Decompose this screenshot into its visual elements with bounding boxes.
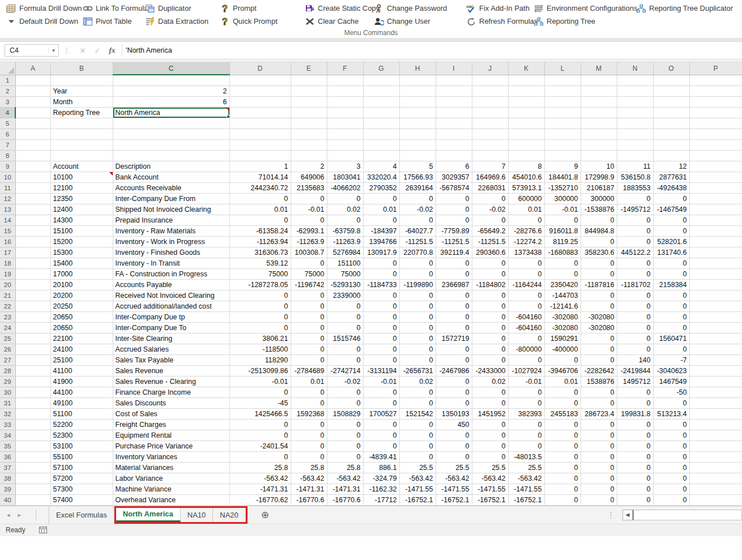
cell-P28[interactable]	[689, 365, 742, 376]
cell-D6[interactable]	[229, 129, 291, 139]
cell-I3[interactable]	[436, 96, 472, 107]
cell-N12[interactable]: 0	[617, 193, 653, 204]
cell-G32[interactable]: 1700527	[363, 408, 399, 419]
cell-J40[interactable]: -16752.1	[472, 494, 508, 505]
cell-L7[interactable]	[544, 139, 581, 150]
cell-K5[interactable]	[508, 118, 544, 129]
cell-M38[interactable]: 0	[581, 473, 617, 484]
cell-A36[interactable]	[15, 451, 50, 462]
cell-I10[interactable]: 3029357	[436, 172, 472, 182]
cell-F17[interactable]: 5276984	[327, 247, 363, 258]
cell-H15[interactable]: -64027.7	[399, 225, 436, 236]
cell-N11[interactable]: 1883553	[617, 182, 653, 193]
cell-F31[interactable]: 0	[327, 397, 363, 408]
column-header-C[interactable]: C	[113, 62, 229, 75]
cell-F37[interactable]: 25.8	[327, 462, 363, 473]
cell-M39[interactable]: 0	[581, 484, 617, 494]
cell-I15[interactable]: -7759.89	[436, 225, 472, 236]
cell-I36[interactable]: 0	[436, 451, 472, 462]
column-header-P[interactable]: P	[689, 62, 742, 75]
cell-C40[interactable]: Overhead Variance	[113, 494, 229, 505]
cell-A12[interactable]	[15, 193, 50, 204]
cell-J13[interactable]: -0.02	[472, 204, 508, 215]
cell-P19[interactable]	[689, 268, 742, 279]
cell-C6[interactable]	[113, 129, 229, 139]
cell-D38[interactable]: -563.42	[229, 473, 291, 484]
cell-N17[interactable]: 445122.2	[617, 247, 653, 258]
cell-A37[interactable]	[15, 462, 50, 473]
cell-H4[interactable]	[399, 107, 436, 118]
cell-E35[interactable]: 0	[291, 441, 327, 451]
row-header-36[interactable]: 36	[0, 451, 15, 462]
cell-P6[interactable]	[689, 129, 742, 139]
cell-E37[interactable]: 25.8	[291, 462, 327, 473]
cell-B38[interactable]: 57200	[50, 473, 113, 484]
cell-B40[interactable]: 57400	[50, 494, 113, 505]
row-header-14[interactable]: 14	[0, 215, 15, 225]
cell-B7[interactable]	[50, 139, 113, 150]
cell-G29[interactable]: -0.01	[363, 376, 399, 387]
cell-N8[interactable]	[617, 150, 653, 161]
cell-B16[interactable]: 15200	[50, 236, 113, 247]
cell-J20[interactable]: -1184802	[472, 279, 508, 290]
cell-E34[interactable]: 0	[291, 430, 327, 441]
cell-L17[interactable]: -1680883	[544, 247, 581, 258]
hscroll-track[interactable]	[633, 510, 742, 520]
row-header-32[interactable]: 32	[0, 408, 15, 419]
cell-G30[interactable]: 0	[363, 387, 399, 397]
cell-K6[interactable]	[508, 129, 544, 139]
cell-M15[interactable]: 844984.8	[581, 225, 617, 236]
cell-L22[interactable]: -12141.6	[544, 301, 581, 311]
cell-C33[interactable]: Freight Charges	[113, 419, 229, 430]
row-header-6[interactable]: 6	[0, 129, 15, 139]
cell-H40[interactable]: -16752.1	[399, 494, 436, 505]
cell-F30[interactable]: 0	[327, 387, 363, 397]
cell-M10[interactable]: 172998.9	[581, 172, 617, 182]
cell-N23[interactable]: 0	[617, 311, 653, 322]
cell-L26[interactable]: -400000	[544, 344, 581, 354]
cell-P14[interactable]	[689, 215, 742, 225]
cell-G33[interactable]: 0	[363, 419, 399, 430]
cell-M36[interactable]: 0	[581, 451, 617, 462]
cell-L28[interactable]: -3946706	[544, 365, 581, 376]
cell-G27[interactable]: 0	[363, 354, 399, 365]
cell-A20[interactable]	[15, 279, 50, 290]
cell-A25[interactable]	[15, 333, 50, 344]
cell-N35[interactable]: 0	[617, 441, 653, 451]
cell-E22[interactable]: 0	[291, 301, 327, 311]
row-header-27[interactable]: 27	[0, 354, 15, 365]
cell-A15[interactable]	[15, 225, 50, 236]
cell-H3[interactable]	[399, 96, 436, 107]
cell-H23[interactable]: 0	[399, 311, 436, 322]
cell-F2[interactable]	[327, 86, 363, 96]
cell-N31[interactable]: 0	[617, 397, 653, 408]
column-header-J[interactable]: J	[472, 62, 508, 75]
cell-F24[interactable]: 0	[327, 322, 363, 333]
sheet-nav-left-icon[interactable]: ◂	[7, 511, 10, 519]
cell-F6[interactable]	[327, 129, 363, 139]
cell-J36[interactable]: 0	[472, 451, 508, 462]
cell-P5[interactable]	[689, 118, 742, 129]
refresh-formulas-button[interactable]: Refresh Formulas	[466, 15, 533, 28]
cancel-entry-icon[interactable]: ✕	[75, 46, 90, 55]
cell-B39[interactable]: 57300	[50, 484, 113, 494]
cell-D8[interactable]	[229, 150, 291, 161]
cell-O33[interactable]: 0	[653, 419, 689, 430]
cell-B11[interactable]: 12100	[50, 182, 113, 193]
row-header-16[interactable]: 16	[0, 236, 15, 247]
cell-D13[interactable]: 0.01	[229, 204, 291, 215]
cell-A22[interactable]	[15, 301, 50, 311]
cell-C27[interactable]: Sales Tax Payable	[113, 354, 229, 365]
cell-C12[interactable]: Inter-Company Due From	[113, 193, 229, 204]
row-header-38[interactable]: 38	[0, 473, 15, 484]
cell-L5[interactable]	[544, 118, 581, 129]
reporting-tree-button[interactable]: Reporting Tree	[533, 15, 636, 28]
cell-I22[interactable]: 0	[436, 301, 472, 311]
cell-E19[interactable]: 75000	[291, 268, 327, 279]
quick-prompt-button[interactable]: ?Quick Prompt	[219, 15, 304, 28]
environment-configurations-button[interactable]: Environment Configurations	[533, 2, 636, 15]
cell-K31[interactable]: 0	[508, 397, 544, 408]
cell-P11[interactable]	[689, 182, 742, 193]
cell-J10[interactable]: 164969.6	[472, 172, 508, 182]
cell-B17[interactable]: 15300	[50, 247, 113, 258]
